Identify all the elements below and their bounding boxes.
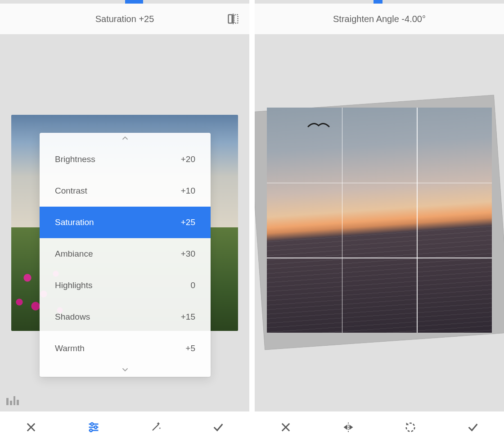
grid-line (267, 183, 492, 184)
param-brightness[interactable]: Brightness+20 (40, 144, 211, 175)
header-title: Saturation +25 (0, 14, 249, 24)
param-shadows[interactable]: Shadows+15 (40, 301, 211, 333)
parameter-list[interactable]: Brightness+20Contrast+10Saturation+25Amb… (40, 133, 211, 377)
confirm-button[interactable] (187, 421, 250, 434)
grid-line (342, 108, 343, 333)
param-value: 0 (190, 280, 195, 290)
svg-line-11 (153, 424, 159, 430)
chevron-down-icon[interactable] (40, 364, 211, 375)
svg-rect-2 (234, 15, 238, 23)
param-value: +30 (181, 249, 195, 259)
param-label: Shadows (55, 312, 90, 322)
bottom-toolbar (255, 411, 504, 443)
rotate-button[interactable] (379, 421, 442, 434)
param-value: +25 (181, 217, 195, 227)
param-label: Saturation (55, 217, 94, 227)
param-warmth[interactable]: Warmth+5 (40, 333, 211, 364)
svg-rect-0 (229, 15, 232, 23)
close-button[interactable] (255, 421, 317, 434)
param-label: Contrast (55, 186, 87, 196)
param-label: Ambiance (55, 249, 93, 259)
confirm-button[interactable] (442, 421, 504, 434)
value-slider-thumb[interactable] (125, 0, 143, 4)
svg-point-6 (90, 423, 93, 425)
header-title: Straighten Angle -4.00° (255, 14, 504, 24)
straighten-screen: Straighten Angle -4.00° (255, 0, 504, 443)
param-label: Highlights (55, 280, 92, 290)
header-bar: Saturation +25 (0, 4, 249, 34)
param-ambiance[interactable]: Ambiance+30 (40, 238, 211, 270)
svg-marker-15 (343, 425, 347, 430)
tune-image-screen: Saturation +25 Brightness+20Contrast+1 (0, 0, 249, 443)
param-highlights[interactable]: Highlights0 (40, 270, 211, 301)
crop-frame[interactable] (267, 108, 492, 333)
compare-icon[interactable] (227, 13, 239, 25)
param-saturation[interactable]: Saturation+25 (40, 207, 211, 238)
grid-line (267, 258, 492, 258)
magic-wand-button[interactable] (125, 421, 187, 434)
param-label: Warmth (55, 344, 85, 353)
svg-marker-16 (349, 425, 353, 430)
angle-slider-track[interactable] (255, 0, 504, 4)
angle-slider-thumb[interactable] (374, 0, 382, 4)
param-value: +20 (181, 154, 195, 164)
bottom-toolbar (0, 411, 249, 443)
param-label: Brightness (55, 154, 95, 164)
value-slider-track[interactable] (0, 0, 249, 4)
adjust-sliders-button[interactable] (63, 421, 125, 434)
histogram-icon[interactable] (6, 395, 19, 405)
bird-silhouette (307, 121, 330, 131)
close-button[interactable] (0, 421, 63, 434)
grid-line (417, 108, 418, 333)
flip-horizontal-button[interactable] (317, 421, 380, 434)
header-bar: Straighten Angle -4.00° (255, 4, 504, 34)
svg-point-8 (94, 426, 97, 429)
chevron-up-icon[interactable] (40, 133, 211, 144)
svg-point-10 (90, 429, 92, 432)
param-value: +5 (185, 344, 195, 353)
image-preview[interactable] (255, 34, 504, 411)
param-contrast[interactable]: Contrast+10 (40, 175, 211, 207)
param-value: +15 (181, 312, 195, 322)
ocean-photo (267, 108, 492, 333)
param-value: +10 (181, 186, 195, 196)
